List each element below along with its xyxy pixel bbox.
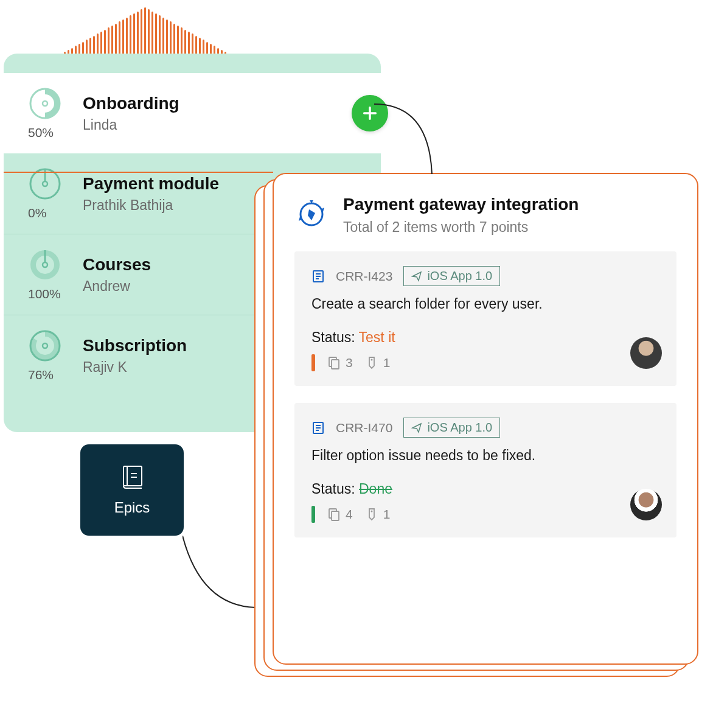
epic-row-onboarding[interactable]: 50% Onboarding Linda bbox=[4, 73, 381, 153]
meta-attachments: 4 bbox=[327, 507, 353, 522]
status-label: Status: bbox=[311, 329, 359, 345]
detail-card: Payment gateway integration Total of 2 i… bbox=[273, 173, 698, 665]
item-footer: 4 1 bbox=[311, 506, 659, 523]
item-description: Filter option issue needs to be fixed. bbox=[311, 447, 659, 464]
epic-info: Courses Andrew bbox=[83, 255, 151, 295]
release-tag[interactable]: iOS App 1.0 bbox=[403, 266, 500, 286]
svg-rect-14 bbox=[123, 466, 142, 486]
epic-info: Subscription Rajiv K bbox=[83, 336, 187, 376]
svg-point-4 bbox=[43, 181, 47, 186]
release-tag[interactable]: iOS App 1.0 bbox=[403, 418, 500, 438]
tag-icon bbox=[365, 507, 378, 522]
progress-col: 0% bbox=[28, 167, 83, 220]
count-a: 3 bbox=[346, 355, 353, 370]
count-b: 1 bbox=[383, 355, 391, 370]
assignee-avatar[interactable] bbox=[630, 489, 662, 520]
item-description: Create a search folder for every user. bbox=[311, 296, 659, 312]
assignee-avatar[interactable] bbox=[630, 337, 662, 369]
epic-owner: Prathik Bathija bbox=[83, 197, 219, 214]
progress-pct: 50% bbox=[28, 125, 54, 140]
epic-title: Payment module bbox=[83, 174, 219, 194]
epic-info: Payment module Prathik Bathija bbox=[83, 174, 219, 214]
detail-subtitle: Total of 2 items worth 7 points bbox=[343, 219, 579, 236]
epics-label-text: Epics bbox=[114, 499, 150, 516]
svg-rect-24 bbox=[332, 360, 339, 369]
svg-point-25 bbox=[370, 359, 372, 361]
book-icon bbox=[119, 464, 145, 491]
work-item-card[interactable]: CRR-I470 iOS App 1.0 Filter option issue… bbox=[294, 403, 676, 537]
item-top: CRR-I470 iOS App 1.0 bbox=[311, 418, 659, 438]
document-icon bbox=[311, 270, 325, 283]
progress-circle-icon bbox=[28, 86, 62, 121]
decorative-bars bbox=[37, 0, 249, 61]
status-line: Status: Test it bbox=[311, 329, 659, 346]
svg-point-1 bbox=[36, 94, 54, 113]
document-icon bbox=[311, 421, 325, 435]
send-icon bbox=[411, 271, 422, 282]
progress-pct: 0% bbox=[28, 206, 46, 220]
status-value: Done bbox=[359, 481, 392, 497]
meta-tags: 1 bbox=[365, 507, 391, 522]
detail-header: Payment gateway integration Total of 2 i… bbox=[294, 195, 676, 236]
svg-rect-31 bbox=[332, 511, 339, 520]
epic-info: Onboarding Linda bbox=[83, 94, 179, 133]
epics-badge: Epics bbox=[80, 444, 184, 536]
orange-divider bbox=[4, 172, 273, 173]
progress-circle-icon bbox=[28, 248, 62, 282]
svg-point-32 bbox=[370, 511, 372, 513]
epic-owner: Andrew bbox=[83, 278, 151, 295]
progress-pct: 76% bbox=[28, 368, 54, 382]
meta-attachments: 3 bbox=[327, 355, 353, 370]
release-label: iOS App 1.0 bbox=[427, 269, 492, 283]
detail-title: Payment gateway integration bbox=[343, 195, 579, 214]
item-top: CRR-I423 iOS App 1.0 bbox=[311, 266, 659, 286]
svg-point-11 bbox=[36, 337, 54, 355]
priority-indicator bbox=[311, 506, 315, 523]
epic-owner: Linda bbox=[83, 117, 179, 133]
epic-title: Subscription bbox=[83, 336, 187, 355]
progress-col: 50% bbox=[28, 86, 83, 140]
status-label: Status: bbox=[311, 481, 359, 497]
progress-col: 100% bbox=[28, 248, 83, 301]
status-value: Test it bbox=[359, 329, 395, 345]
sprint-icon bbox=[294, 197, 329, 231]
meta-tags: 1 bbox=[365, 355, 391, 370]
status-line: Status: Done bbox=[311, 481, 659, 497]
progress-circle-icon bbox=[28, 329, 62, 363]
epic-title: Onboarding bbox=[83, 94, 179, 113]
send-icon bbox=[411, 422, 422, 433]
count-a: 4 bbox=[346, 507, 353, 522]
work-item-card[interactable]: CRR-I423 iOS App 1.0 Create a search fol… bbox=[294, 251, 676, 386]
stack-icon bbox=[327, 355, 341, 370]
stack-icon bbox=[327, 507, 341, 522]
progress-col: 76% bbox=[28, 329, 83, 382]
connector-curve bbox=[183, 536, 256, 609]
progress-pct: 100% bbox=[28, 287, 61, 301]
priority-indicator bbox=[311, 354, 315, 371]
epic-title: Courses bbox=[83, 255, 151, 275]
item-footer: 3 1 bbox=[311, 354, 659, 371]
release-label: iOS App 1.0 bbox=[427, 421, 492, 435]
tag-icon bbox=[365, 355, 378, 370]
epic-owner: Rajiv K bbox=[83, 359, 187, 376]
connector-curve bbox=[374, 101, 447, 177]
item-id: CRR-I423 bbox=[336, 269, 392, 284]
item-id: CRR-I470 bbox=[336, 421, 392, 435]
count-b: 1 bbox=[383, 507, 391, 522]
